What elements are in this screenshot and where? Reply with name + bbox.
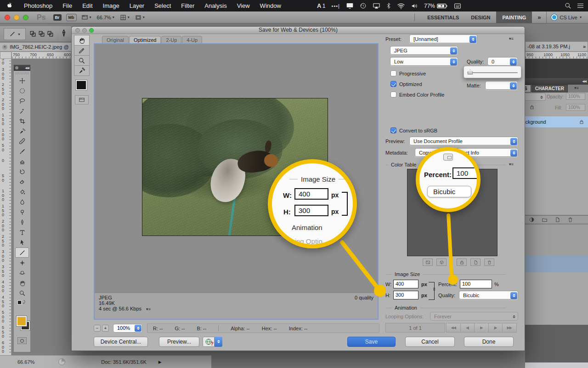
- eyedropper-tool-icon[interactable]: [74, 65, 90, 76]
- marquee-tool-icon[interactable]: [15, 86, 29, 96]
- matte-dropdown[interactable]: [485, 81, 518, 90]
- DESIGN[interactable]: DESIGN: [465, 12, 496, 23]
- document-sizes[interactable]: Doc: 351.6K/351.6K: [101, 359, 146, 365]
- preview-button[interactable]: Preview...: [159, 337, 199, 347]
- minimize-window-button[interactable]: [14, 15, 19, 20]
- zoom-out-button[interactable]: −: [94, 325, 101, 332]
- done-button[interactable]: Done: [464, 337, 514, 347]
- zoom-tool-icon[interactable]: [15, 288, 29, 298]
- optimize-menu-icon[interactable]: ▾≡: [509, 36, 514, 41]
- path-operation-buttons[interactable]: [29, 30, 54, 37]
- compression-quality-dropdown[interactable]: Low: [390, 57, 458, 66]
- playback-button[interactable]: ◀|: [460, 323, 475, 333]
- slice-select-tool-icon[interactable]: [74, 45, 90, 56]
- dialog-minimize-button[interactable]: [82, 28, 87, 33]
- color-table-menu-icon[interactable]: ▾≡: [509, 162, 514, 167]
- zoom-percentage[interactable]: 66.67%: [17, 359, 34, 365]
- zoom-tool-icon[interactable]: [74, 55, 90, 66]
- cancel-button[interactable]: Cancel: [405, 337, 455, 347]
- width-field[interactable]: 400: [393, 280, 418, 288]
- close-window-button[interactable]: [5, 15, 10, 20]
- screen-mode-button[interactable]: ▾: [135, 14, 145, 21]
- hand-tool-icon[interactable]: [74, 35, 90, 46]
- brush-tool-icon[interactable]: [15, 146, 29, 156]
- quick-selection-tool-icon[interactable]: [15, 106, 29, 116]
- launch-bridge-button[interactable]: Br: [53, 14, 62, 21]
- preview-profile-dropdown[interactable]: Use Document Profile: [409, 137, 518, 145]
- playback-button[interactable]: |▶: [488, 323, 503, 333]
- bluetooth-icon[interactable]: [386, 2, 391, 9]
- zoom-level-select[interactable]: 100%: [113, 324, 142, 333]
- quality-value-field[interactable]: 0: [487, 57, 518, 66]
- layer-group-icon[interactable]: [542, 217, 548, 223]
- eraser-tool-icon[interactable]: [15, 177, 29, 187]
- battery-status[interactable]: 77%: [424, 3, 448, 9]
- history-brush-tool-icon[interactable]: [15, 167, 29, 177]
- browser-preview-button[interactable]: ?: [203, 337, 215, 347]
- zoom-level-dropdown[interactable]: 66.7%▾: [97, 15, 114, 20]
- foreground-color-swatch[interactable]: [17, 316, 27, 326]
- spotlight-icon[interactable]: [565, 2, 571, 9]
- playback-button[interactable]: ◀◀: [446, 323, 461, 333]
- opacity-value[interactable]: 100%: [566, 93, 585, 100]
- path-selection-tool-icon[interactable]: [15, 237, 29, 247]
- ESSENTIALS[interactable]: ESSENTIALS: [421, 12, 465, 23]
- embed-color-profile-checkbox[interactable]: [390, 92, 396, 98]
- panel-flyout-icon[interactable]: ▾≡: [574, 86, 579, 90]
- dialog-zoom-button[interactable]: [89, 28, 94, 33]
- new-swatch-icon[interactable]: [470, 259, 481, 266]
- height-field[interactable]: 300: [393, 291, 418, 299]
- crop-tool-icon[interactable]: [15, 116, 29, 126]
- dots-menu-icon[interactable]: •••|: [332, 3, 340, 9]
- toggle-slices-visibility-button[interactable]: [75, 95, 89, 104]
- input-source-icon[interactable]: [454, 3, 461, 9]
- dodge-tool-icon[interactable]: [15, 207, 29, 217]
- CHARACTER[interactable]: CHARACTER: [531, 85, 568, 92]
- slider-thumb[interactable]: [468, 69, 473, 75]
- move-tool-icon[interactable]: [15, 75, 29, 86]
- document-tab-right[interactable]: -08 at 3.19.35 PM.j »: [525, 41, 588, 52]
- rotate-3d-tool-icon[interactable]: [15, 258, 29, 268]
- lasso-tool-icon[interactable]: [15, 96, 29, 106]
- menu-item[interactable]: File: [57, 2, 77, 9]
- dialog-close-button[interactable]: [75, 28, 80, 33]
- quick-mask-button[interactable]: [17, 337, 27, 344]
- delete-layer-icon[interactable]: [567, 217, 573, 223]
- new-layer-icon[interactable]: [554, 217, 560, 223]
- wifi-icon[interactable]: [397, 3, 405, 9]
- zoom-in-button[interactable]: +: [102, 325, 109, 332]
- adjustment-layer-icon[interactable]: [529, 217, 535, 223]
- menu-item[interactable]: Analysis: [199, 2, 232, 9]
- pen-tool-icon[interactable]: [15, 217, 29, 227]
- link-dimensions-icon[interactable]: ∞: [432, 288, 437, 291]
- eyedropper-color-swatch[interactable]: [76, 80, 87, 90]
- arrange-documents-button[interactable]: ▾: [120, 14, 130, 21]
- delete-swatch-icon[interactable]: [484, 259, 494, 266]
- percent-field[interactable]: 100: [460, 280, 492, 288]
- view-extras-button[interactable]: ▾: [81, 14, 91, 21]
- cs-live-button[interactable]: CS Live▾: [546, 12, 588, 23]
- adobe-app-icon[interactable]: A 1: [317, 2, 325, 9]
- document-tab-left[interactable]: ✕ IMG_7862.HEIC-2.jpeg @: [0, 42, 73, 52]
- tools-panel-header[interactable]: ◀◀: [14, 65, 30, 71]
- convert-to-srgb-checkbox[interactable]: [390, 127, 396, 133]
- zoom-window-button[interactable]: [23, 15, 28, 20]
- paint-bucket-tool-icon[interactable]: [15, 187, 29, 197]
- lock-icon[interactable]: [529, 104, 535, 110]
- panel-dock-header[interactable]: ◀◀: [525, 78, 588, 85]
- fill-pixels-icon[interactable]: [47, 30, 54, 37]
- playback-button[interactable]: ▶: [474, 323, 489, 333]
- menu-item[interactable]: View: [232, 2, 255, 9]
- launch-mini-bridge-button[interactable]: Mb: [66, 14, 77, 21]
- preset-dropdown[interactable]: [Unnamed]: [409, 34, 477, 43]
- hand-tool-icon[interactable]: [15, 278, 29, 288]
- menu-item[interactable]: Select: [149, 2, 176, 9]
- looping-options-dropdown[interactable]: Forever: [430, 312, 518, 321]
- close-tab-icon[interactable]: ✕: [2, 45, 7, 50]
- apple-menu[interactable]: [0, 2, 19, 10]
- line-tool-icon[interactable]: [15, 247, 29, 258]
- web-shift-swatch-icon[interactable]: [436, 259, 447, 266]
- time-machine-icon[interactable]: [360, 2, 367, 9]
- menu-item[interactable]: Edit: [77, 2, 97, 9]
- progressive-checkbox[interactable]: [390, 70, 396, 76]
